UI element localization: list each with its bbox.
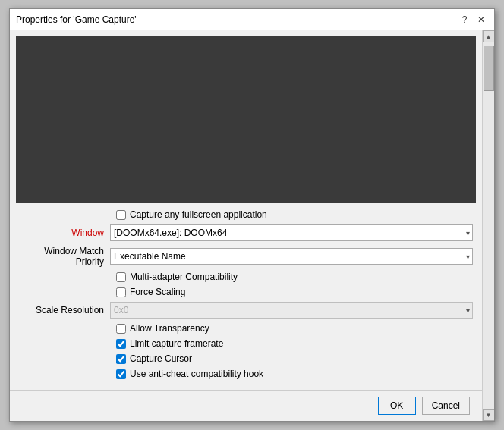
window-select[interactable]: [DOOMx64.exe]: DOOMx64 — [110, 224, 473, 241]
scale-resolution-row: Scale Resolution 0x0 — [19, 302, 473, 319]
force-scaling-row: Force Scaling — [116, 287, 473, 297]
capture-fullscreen-row: Capture any fullscreen application — [116, 209, 473, 220]
window-match-select-wrapper: Executable NameWindow TitleWindow Class — [110, 248, 473, 265]
window-select-wrapper: [DOOMx64.exe]: DOOMx64 — [110, 224, 473, 241]
dialog-window: Properties for 'Game Capture' ? ✕ Captur… — [9, 8, 495, 422]
force-scaling-label: Force Scaling — [130, 287, 185, 297]
limit-framerate-checkbox[interactable] — [116, 339, 126, 349]
limit-framerate-row: Limit capture framerate — [116, 338, 473, 349]
dialog-body: Capture any fullscreen application Windo… — [10, 30, 494, 421]
title-bar-label: Properties for 'Game Capture' — [16, 14, 137, 25]
scale-resolution-select[interactable]: 0x0 — [110, 302, 473, 319]
anti-cheat-label: Use anti-cheat compatibility hook — [130, 369, 263, 379]
window-match-control-area: Executable NameWindow TitleWindow Class — [110, 248, 473, 265]
scale-resolution-select-wrapper: 0x0 — [110, 302, 473, 319]
multi-adapter-checkbox[interactable] — [116, 272, 126, 282]
cancel-button[interactable]: Cancel — [422, 397, 470, 415]
help-button[interactable]: ? — [458, 13, 471, 27]
capture-fullscreen-checkbox[interactable] — [116, 210, 126, 220]
title-bar: Properties for 'Game Capture' ? ✕ — [10, 9, 494, 30]
window-control-area: [DOOMx64.exe]: DOOMx64 — [110, 224, 473, 241]
scale-resolution-control-area: 0x0 — [110, 302, 473, 319]
multi-adapter-label: Multi-adapter Compatibility — [130, 271, 238, 282]
force-scaling-checkbox[interactable] — [116, 287, 126, 297]
scrollbar-thumb[interactable] — [484, 46, 494, 91]
window-label: Window — [19, 228, 110, 238]
scrollbar-track — [483, 42, 494, 409]
window-row: Window [DOOMx64.exe]: DOOMx64 — [19, 224, 473, 241]
scrollbar: ▲ ▼ — [482, 30, 494, 421]
close-button[interactable]: ✕ — [474, 13, 488, 27]
capture-fullscreen-label: Capture any fullscreen application — [130, 209, 267, 220]
limit-framerate-label: Limit capture framerate — [130, 338, 223, 349]
allow-transparency-label: Allow Transparency — [130, 323, 209, 334]
anti-cheat-checkbox[interactable] — [116, 369, 126, 379]
capture-cursor-label: Capture Cursor — [130, 353, 192, 364]
allow-transparency-row: Allow Transparency — [116, 323, 473, 334]
allow-transparency-checkbox[interactable] — [116, 324, 126, 334]
title-bar-buttons: ? ✕ — [458, 13, 488, 27]
multi-adapter-row: Multi-adapter Compatibility — [116, 271, 473, 282]
preview-area — [16, 36, 476, 203]
capture-cursor-checkbox[interactable] — [116, 354, 126, 364]
window-match-label: Window Match Priority — [19, 246, 110, 267]
anti-cheat-row: Use anti-cheat compatibility hook — [116, 369, 473, 379]
form-area: Capture any fullscreen application Windo… — [10, 203, 482, 390]
bottom-bar: OK Cancel — [10, 390, 482, 421]
scroll-down-arrow[interactable]: ▼ — [483, 409, 495, 421]
scale-resolution-label: Scale Resolution — [19, 305, 110, 315]
window-match-row: Window Match Priority Executable NameWin… — [19, 246, 473, 267]
ok-button[interactable]: OK — [378, 397, 416, 415]
main-content: Capture any fullscreen application Windo… — [10, 30, 482, 421]
scroll-up-arrow[interactable]: ▲ — [483, 30, 495, 42]
window-match-select[interactable]: Executable NameWindow TitleWindow Class — [110, 248, 473, 265]
capture-cursor-row: Capture Cursor — [116, 353, 473, 364]
